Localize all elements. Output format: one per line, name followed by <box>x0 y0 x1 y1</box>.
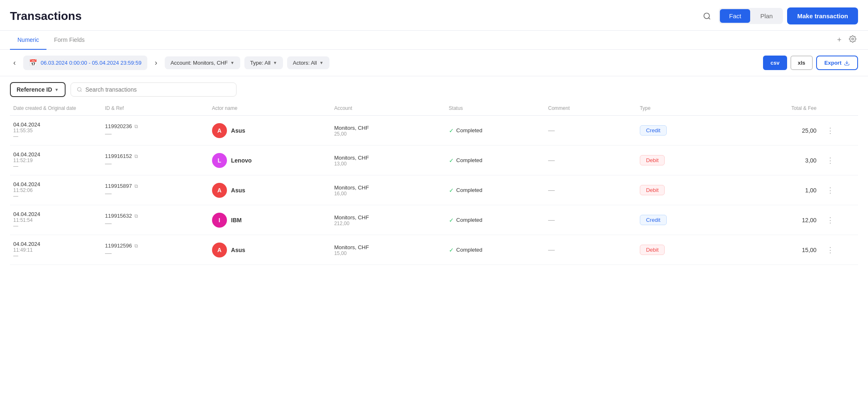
col-comment: Comment <box>545 101 636 116</box>
export-actions: csv xls Export <box>763 56 858 70</box>
fact-toggle-button[interactable]: Fact <box>720 9 750 23</box>
cell-actions-4: ⋮ <box>820 235 858 265</box>
table-header: Date created & Original date ID & Ref Ac… <box>10 101 858 116</box>
make-transaction-button[interactable]: Make transaction <box>787 7 858 24</box>
row-more-button-3[interactable]: ⋮ <box>823 214 837 226</box>
copy-icon-1[interactable]: ⧉ <box>134 153 138 159</box>
copy-icon-4[interactable]: ⧉ <box>134 243 138 249</box>
table-row: 04.04.2024 11:55:35 — 119920236 ⧉ — A As… <box>10 116 858 146</box>
cell-actions-3: ⋮ <box>820 205 858 235</box>
export-button[interactable]: Export <box>816 56 858 70</box>
tabs-actions: + <box>835 34 858 46</box>
actors-filter[interactable]: Actors: All ▼ <box>287 56 329 69</box>
table-row: 04.04.2024 11:49:11 — 119912596 ⧉ — A As… <box>10 235 858 265</box>
svg-line-1 <box>709 17 710 19</box>
check-icon-0: ✓ <box>449 127 454 134</box>
cell-actor-0: A Asus <box>209 116 331 146</box>
date-prev-button[interactable]: ‹ <box>10 57 19 69</box>
row-more-button-4[interactable]: ⋮ <box>823 244 837 256</box>
avatar-4: A <box>212 243 227 257</box>
account-filter[interactable]: Account: Monitors, CHF ▼ <box>165 56 240 69</box>
cell-id-1: 119916152 ⧉ — <box>102 146 209 175</box>
search-input[interactable] <box>85 86 230 93</box>
account-filter-caret: ▼ <box>230 61 234 65</box>
date-range-text: 06.03.2024 0:00:00 - 05.04.2024 23:59:59 <box>41 60 141 66</box>
col-type: Type <box>636 101 721 116</box>
avatar-0: A <box>212 123 227 138</box>
cell-actor-1: L Lenovo <box>209 146 331 175</box>
tab-form-fields[interactable]: Form Fields <box>46 31 92 50</box>
cell-date-3: 04.04.2024 11:51:54 — <box>10 205 102 235</box>
date-range-container: 📅 06.03.2024 0:00:00 - 05.04.2024 23:59:… <box>23 56 147 70</box>
avatar-1: L <box>212 153 227 168</box>
svg-point-4 <box>77 87 81 91</box>
type-filter[interactable]: Type: All ▼ <box>244 56 283 69</box>
ref-dropdown-caret: ▼ <box>55 87 59 92</box>
view-toggle: Fact Plan <box>719 8 783 24</box>
actor-name-4: Asus <box>231 247 245 253</box>
cell-total-4: 15,00 <box>720 235 819 265</box>
cell-actions-0: ⋮ <box>820 116 858 146</box>
cell-status-1: ✓ Completed <box>446 146 545 175</box>
filters-bar: ‹ 📅 06.03.2024 0:00:00 - 05.04.2024 23:5… <box>0 50 868 76</box>
transactions-table-container: Date created & Original date ID & Ref Ac… <box>0 101 868 265</box>
cell-type-2: Debit <box>636 175 721 205</box>
col-status: Status <box>446 101 545 116</box>
xls-button[interactable]: xls <box>790 56 813 70</box>
copy-icon-3[interactable]: ⧉ <box>134 213 138 219</box>
cell-status-0: ✓ Completed <box>446 116 545 146</box>
cell-account-1: Monitors, CHF 13,00 <box>331 146 445 175</box>
table-row: 04.04.2024 11:52:06 — 119915897 ⧉ — A As… <box>10 175 858 205</box>
cell-actor-3: I IBM <box>209 205 331 235</box>
search-row: Reference ID ▼ <box>0 76 868 101</box>
tabs-list: Numeric Form Fields <box>10 31 92 49</box>
cell-total-0: 25,00 <box>720 116 819 146</box>
cell-account-3: Monitors, CHF 212,00 <box>331 205 445 235</box>
cell-status-4: ✓ Completed <box>446 235 545 265</box>
header-actions: Fact Plan Make transaction <box>700 7 858 24</box>
cell-date-2: 04.04.2024 11:52:06 — <box>10 175 102 205</box>
reference-id-dropdown[interactable]: Reference ID ▼ <box>10 82 66 97</box>
gear-icon <box>849 35 856 43</box>
cell-actions-1: ⋮ <box>820 146 858 175</box>
avatar-2: A <box>212 183 227 198</box>
col-actions <box>820 101 858 116</box>
search-icon <box>703 12 711 20</box>
row-more-button-2[interactable]: ⋮ <box>823 184 837 197</box>
copy-icon-0[interactable]: ⧉ <box>134 124 138 129</box>
page: Transactions Fact Plan Make transaction … <box>0 0 868 403</box>
type-badge-4: Debit <box>640 245 665 255</box>
cell-type-1: Debit <box>636 146 721 175</box>
tab-numeric[interactable]: Numeric <box>10 31 46 50</box>
actor-name-0: Asus <box>231 127 245 134</box>
plan-toggle-button[interactable]: Plan <box>751 9 782 23</box>
row-more-button-1[interactable]: ⋮ <box>823 154 837 167</box>
cell-comment-4: — <box>545 235 636 265</box>
header: Transactions Fact Plan Make transaction <box>0 0 868 31</box>
settings-button[interactable] <box>847 34 858 46</box>
search-icon-button[interactable] <box>700 9 714 24</box>
date-next-button[interactable]: › <box>151 57 161 69</box>
csv-button[interactable]: csv <box>763 56 787 70</box>
export-icon <box>844 60 850 66</box>
type-badge-0: Credit <box>640 125 667 136</box>
cell-id-4: 119912596 ⧉ — <box>102 235 209 265</box>
cell-comment-3: — <box>545 205 636 235</box>
cell-actions-2: ⋮ <box>820 175 858 205</box>
row-more-button-0[interactable]: ⋮ <box>823 124 837 137</box>
cell-id-2: 119915897 ⧉ — <box>102 175 209 205</box>
cell-type-0: Credit <box>636 116 721 146</box>
check-icon-1: ✓ <box>449 157 454 164</box>
calendar-icon: 📅 <box>29 59 37 67</box>
cell-date-1: 04.04.2024 11:52:19 — <box>10 146 102 175</box>
type-badge-2: Debit <box>640 185 665 195</box>
col-total: Total & Fee <box>720 101 819 116</box>
add-tab-button[interactable]: + <box>835 34 843 46</box>
col-date: Date created & Original date <box>10 101 102 116</box>
svg-line-5 <box>80 91 81 92</box>
type-filter-caret: ▼ <box>273 61 277 65</box>
col-actor: Actor name <box>209 101 331 116</box>
cell-actor-2: A Asus <box>209 175 331 205</box>
table-row: 04.04.2024 11:52:19 — 119916152 ⧉ — L Le… <box>10 146 858 175</box>
copy-icon-2[interactable]: ⧉ <box>134 183 138 189</box>
